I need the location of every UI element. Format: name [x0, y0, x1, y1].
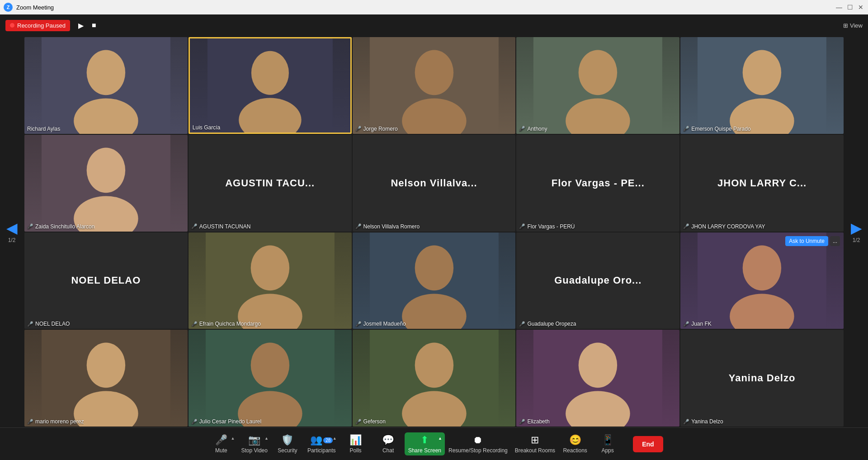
muted-icon-16: 🎤 [27, 419, 33, 425]
resume-recording-label: Resume/Stop Recording [448, 447, 508, 454]
participant-name-3: 🎤Jorge Romero [355, 126, 398, 132]
camera-icon: 📷 [248, 434, 260, 446]
video-cell-17[interactable]: 🎤Julio Cesar Pinedo Laurel [189, 330, 352, 427]
next-page-button[interactable]: ▶ [851, 221, 862, 235]
stop-button[interactable]: ■ [89, 20, 99, 30]
recording-icon: ⏺ [473, 434, 483, 446]
participant-name-18: 🎤Geferson [355, 418, 386, 425]
video-cell-16[interactable]: 🎤mario moreno perez [24, 330, 188, 427]
muted-icon-20: 🎤 [683, 419, 689, 425]
video-caret[interactable]: ▲ [264, 436, 269, 441]
participant-name-16: 🎤mario moreno perez [27, 418, 84, 425]
left-nav: ◀ 1/2 [0, 36, 24, 427]
video-cell-19[interactable]: 🎤Elizabeth [516, 330, 679, 427]
participant-name-text-4: Anthony [527, 126, 547, 132]
participant-name-5: 🎤Emerson Quispe Parado [683, 126, 750, 132]
breakout-rooms-button[interactable]: ⊞ Breakout Rooms [511, 432, 559, 455]
video-cell-11[interactable]: NOEL DELAO🎤NOEL DELAO [24, 232, 188, 329]
apps-icon: 📱 [602, 434, 614, 446]
reactions-button[interactable]: 😊 Reactions [559, 432, 591, 455]
participant-name-14: 🎤Guadalupe Oropeza [519, 321, 576, 327]
participant-name-11: 🎤NOEL DELAO [27, 321, 70, 327]
video-cell-20[interactable]: Yanina Delzo🎤Yanina Delzo [680, 330, 844, 427]
recording-controls[interactable]: ▶ ■ [75, 20, 99, 31]
video-cell-14[interactable]: Guadalupe Oro...🎤Guadalupe Oropeza [516, 232, 679, 329]
participants-caret[interactable]: ▲ [333, 436, 337, 441]
svg-point-13 [743, 50, 782, 95]
participants-icon: 👥 28 [310, 434, 333, 446]
security-label: Security [278, 447, 297, 454]
participant-name-text-6: Zaida Sinchitullo Alarcon [35, 223, 94, 230]
top-right-controls[interactable]: ⊞ View [843, 22, 863, 29]
chat-button[interactable]: 💬 Chat [372, 432, 405, 455]
participant-name-text-12: Efrain Quichca Mondargo [199, 321, 261, 327]
close-button[interactable]: ✕ [857, 4, 864, 11]
share-screen-caret[interactable]: ▲ [438, 436, 442, 441]
video-cell-1[interactable]: Richard Aylas [24, 37, 188, 134]
share-screen-icon: ⬆ [420, 434, 429, 446]
ask-to-unmute-button-15[interactable]: Ask to Unmute [785, 236, 828, 246]
participant-name-text-15: Juan FK [691, 321, 712, 327]
maximize-button[interactable]: ☐ [846, 4, 854, 11]
participant-name-text-9: Flor Vargas - PERÚ [527, 223, 575, 230]
mute-caret[interactable]: ▲ [231, 436, 235, 441]
more-options-button-15[interactable]: ... [830, 236, 840, 246]
minimize-button[interactable]: — [835, 4, 843, 11]
video-cell-15[interactable]: Ask to Unmute...🎤Juan FK [680, 232, 844, 329]
video-cell-13[interactable]: 🎤Josmell Madueño [353, 232, 516, 329]
end-button[interactable]: End [633, 436, 663, 452]
window-title: Zoom Meeting [16, 4, 54, 11]
participant-display-name-8: Nelson Villalva... [353, 135, 516, 232]
participant-name-text-3: Jorge Romero [363, 126, 398, 132]
mute-icon: 🎤 [215, 434, 227, 446]
video-cell-18[interactable]: 🎤Geferson [353, 330, 516, 427]
video-cell-10[interactable]: JHON LARRY C...🎤JHON LARRY CORDOVA YAY [680, 135, 844, 232]
participant-name-text-18: Geferson [363, 418, 386, 425]
stop-video-button[interactable]: 📷 Stop Video ▲ [237, 432, 271, 455]
play-button[interactable]: ▶ [75, 20, 86, 31]
apps-button[interactable]: 📱 Apps [591, 432, 624, 455]
participant-name-text-16: mario moreno perez [35, 418, 84, 425]
security-icon: 🛡️ [281, 434, 293, 446]
video-cell-8[interactable]: Nelson Villalva...🎤Nelson Villalva Romer… [353, 135, 516, 232]
svg-point-16 [87, 147, 126, 193]
participant-display-name-11: NOEL DELAO [24, 232, 188, 329]
video-cell-12[interactable]: 🎤Efrain Quichca Mondargo [189, 232, 352, 329]
video-cell-5[interactable]: 🎤Emerson Quispe Parado [680, 37, 844, 134]
main-video-area: ◀ 1/2 Richard Aylas Luis García 🎤Jorge R… [0, 36, 868, 427]
video-cell-9[interactable]: Flor Vargas - PE...🎤Flor Vargas - PERÚ [516, 135, 679, 232]
muted-icon-4: 🎤 [519, 126, 525, 132]
participant-name-17: 🎤Julio Cesar Pinedo Laurel [191, 418, 261, 425]
prev-page-button[interactable]: ◀ [6, 221, 18, 235]
video-cell-7[interactable]: AGUSTIN TACU...🎤AGUSTIN TACUNAN [189, 135, 352, 232]
muted-icon-6: 🎤 [27, 223, 33, 229]
title-bar: Z Zoom Meeting — ☐ ✕ [0, 0, 868, 14]
video-cell-3[interactable]: 🎤Jorge Romero [353, 37, 516, 134]
bottom-toolbar: 🎤 Mute ▲ 📷 Stop Video ▲ 🛡️ Security 👥 28… [0, 427, 868, 460]
breakout-rooms-label: Breakout Rooms [515, 447, 555, 454]
polls-button[interactable]: 📊 Polls [340, 432, 372, 455]
video-cell-4[interactable]: 🎤Anthony [516, 37, 679, 134]
security-button[interactable]: 🛡️ Security [271, 432, 304, 455]
right-page-indicator: 1/2 [853, 237, 860, 243]
muted-icon-5: 🎤 [683, 126, 689, 132]
svg-point-34 [415, 343, 453, 388]
svg-point-37 [579, 343, 618, 388]
zoom-icon: Z [4, 3, 13, 12]
share-screen-label: Share Screen [408, 447, 441, 454]
video-cell-2[interactable]: Luis García [189, 37, 352, 134]
participant-name-8: 🎤Nelson Villalva Romero [355, 223, 420, 230]
view-button[interactable]: ⊞ View [843, 22, 863, 29]
participant-name-1: Richard Aylas [27, 126, 60, 132]
participant-name-text-20: Yanina Delzo [691, 418, 723, 425]
share-screen-button[interactable]: ⬆ Share Screen ▲ [405, 432, 445, 455]
video-cell-6[interactable]: 🎤Zaida Sinchitullo Alarcon [24, 135, 188, 232]
muted-icon-8: 🎤 [355, 223, 362, 229]
mute-label: Mute [215, 447, 227, 454]
mute-button[interactable]: 🎤 Mute ▲ [205, 432, 237, 455]
muted-icon-15: 🎤 [683, 321, 689, 327]
participants-button[interactable]: 👥 28 Participants ▲ [304, 432, 340, 455]
participant-display-name-20: Yanina Delzo [680, 330, 844, 427]
window-controls[interactable]: — ☐ ✕ [835, 4, 864, 11]
resume-recording-button[interactable]: ⏺ Resume/Stop Recording [445, 432, 511, 455]
